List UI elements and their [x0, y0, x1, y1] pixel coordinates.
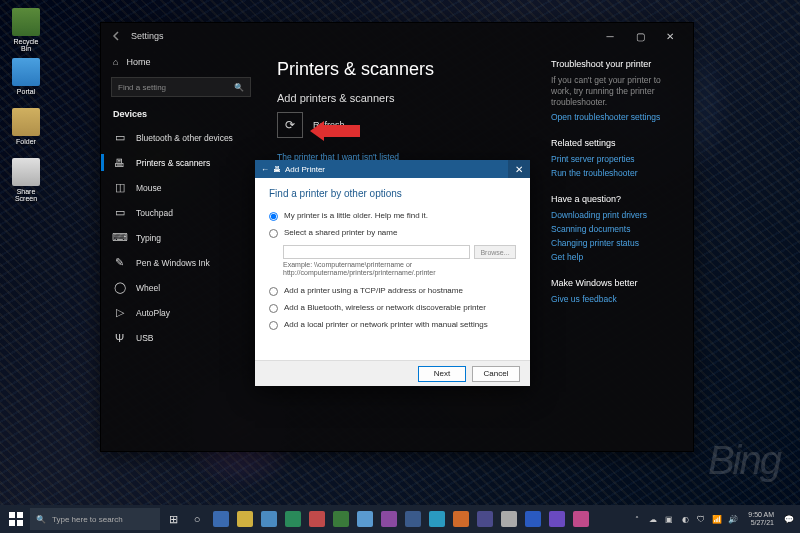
sidebar-item-printers[interactable]: 🖶Printers & scanners [101, 150, 261, 175]
back-arrow-icon[interactable]: ← [261, 165, 269, 174]
bing-logo: Bing [708, 438, 780, 483]
pinned-app[interactable] [258, 508, 280, 530]
pinned-app[interactable] [282, 508, 304, 530]
tray-icon[interactable]: 🛡 [694, 512, 708, 526]
sidebar-item-autoplay[interactable]: ▷AutoPlay [101, 300, 261, 325]
pinned-app[interactable] [330, 508, 352, 530]
annotation-arrow [310, 121, 360, 141]
desktop-icon-folder[interactable]: Folder [8, 108, 44, 145]
tray-wifi-icon[interactable]: 📶 [710, 512, 724, 526]
refresh-icon: ⟳ [285, 118, 295, 132]
pinned-app[interactable] [402, 508, 424, 530]
taskbar-search[interactable]: 🔍 Type here to search [30, 508, 160, 530]
task-view-button[interactable]: ⊞ [162, 508, 184, 530]
better-heading: Make Windows better [551, 278, 681, 288]
keyboard-icon: ⌨ [113, 231, 126, 244]
dialog-title: Add Printer [285, 165, 325, 174]
dialog-close-button[interactable]: ✕ [508, 160, 530, 178]
pinned-app[interactable] [210, 508, 232, 530]
tray-icon[interactable]: ▣ [662, 512, 676, 526]
question-heading: Have a question? [551, 194, 681, 204]
next-button[interactable]: Next [418, 366, 466, 382]
pinned-app[interactable] [426, 508, 448, 530]
question-link-2[interactable]: Scanning documents [551, 224, 681, 234]
minimize-button[interactable]: ─ [595, 25, 625, 47]
option-shared-printer[interactable]: Select a shared printer by name [269, 228, 516, 238]
pinned-app[interactable] [546, 508, 568, 530]
sidebar-item-bluetooth[interactable]: ▭Bluetooth & other devices [101, 125, 261, 150]
taskbar: 🔍 Type here to search ⊞ ○ ˄ ☁ ▣ ◐ 🛡 📶 🔊 … [0, 505, 800, 533]
svg-rect-3 [17, 520, 23, 526]
sidebar-item-pen[interactable]: ✎Pen & Windows Ink [101, 250, 261, 275]
pen-icon: ✎ [113, 256, 126, 269]
taskbar-clock[interactable]: 9:50 AM 5/27/21 [742, 511, 780, 526]
browse-button[interactable]: Browse... [474, 245, 516, 259]
svg-rect-0 [9, 512, 15, 518]
printer-icon: 🖶 [113, 156, 126, 169]
settings-sidebar: ⌂ Home Find a setting 🔍 Devices ▭Bluetoo… [101, 49, 261, 451]
printer-dialog-icon: 🖶 [273, 165, 281, 174]
usb-icon: Ψ [113, 331, 126, 344]
system-tray: ˄ ☁ ▣ ◐ 🛡 📶 🔊 9:50 AM 5/27/21 💬 [630, 511, 796, 526]
related-link-1[interactable]: Print server properties [551, 154, 681, 164]
cancel-button[interactable]: Cancel [472, 366, 520, 382]
add-printer-dialog: ← 🖶 Add Printer ✕ Find a printer by othe… [255, 160, 530, 386]
troubleshoot-link[interactable]: Open troubleshooter settings [551, 112, 681, 122]
desktop-icon-recycle[interactable]: Recycle Bin [8, 8, 44, 52]
question-link-3[interactable]: Changing printer status [551, 238, 681, 248]
sidebar-item-typing[interactable]: ⌨Typing [101, 225, 261, 250]
sidebar-item-wheel[interactable]: ◯Wheel [101, 275, 261, 300]
option-bluetooth[interactable]: Add a Bluetooth, wireless or network dis… [269, 303, 516, 313]
pinned-app[interactable] [570, 508, 592, 530]
option-tcpip[interactable]: Add a printer using a TCP/IP address or … [269, 286, 516, 296]
desktop-icon-portal[interactable]: Portal [8, 58, 44, 95]
question-link-4[interactable]: Get help [551, 252, 681, 262]
back-button[interactable] [109, 28, 125, 44]
desktop-icon-share[interactable]: Share Screen [8, 158, 44, 202]
tray-volume-icon[interactable]: 🔊 [726, 512, 740, 526]
question-link-1[interactable]: Downloading print drivers [551, 210, 681, 220]
related-link-2[interactable]: Run the troubleshooter [551, 168, 681, 178]
close-button[interactable]: ✕ [655, 25, 685, 47]
tray-icon[interactable]: ◐ [678, 512, 692, 526]
pinned-app[interactable] [306, 508, 328, 530]
maximize-button[interactable]: ▢ [625, 25, 655, 47]
tray-chevron[interactable]: ˄ [630, 512, 644, 526]
autoplay-icon: ▷ [113, 306, 126, 319]
start-button[interactable] [4, 507, 28, 531]
search-placeholder: Find a setting [118, 83, 166, 92]
dialog-heading: Find a printer by other options [269, 188, 516, 199]
option-older-printer[interactable]: My printer is a little older. Help me fi… [269, 211, 516, 221]
pinned-app[interactable] [234, 508, 256, 530]
dialog-titlebar: ← 🖶 Add Printer ✕ [255, 160, 530, 178]
sidebar-item-mouse[interactable]: ◫Mouse [101, 175, 261, 200]
troubleshoot-text: If you can't get your printer to work, t… [551, 75, 681, 108]
related-heading: Related settings [551, 138, 681, 148]
feedback-link[interactable]: Give us feedback [551, 294, 681, 304]
cortana-button[interactable]: ○ [186, 508, 208, 530]
pinned-app[interactable] [498, 508, 520, 530]
pinned-app[interactable] [450, 508, 472, 530]
example-text: Example: \\computername\printername or h… [283, 261, 516, 278]
notification-button[interactable]: 💬 [782, 512, 796, 526]
search-icon: 🔍 [36, 515, 46, 524]
window-title: Settings [131, 31, 164, 41]
svg-rect-1 [17, 512, 23, 518]
pinned-app[interactable] [354, 508, 376, 530]
wheel-icon: ◯ [113, 281, 126, 294]
pinned-app[interactable] [378, 508, 400, 530]
tray-icon[interactable]: ☁ [646, 512, 660, 526]
refresh-button[interactable]: ⟳ [277, 112, 303, 138]
touchpad-icon: ▭ [113, 206, 126, 219]
sidebar-item-usb[interactable]: ΨUSB [101, 325, 261, 350]
mouse-icon: ◫ [113, 181, 126, 194]
home-button[interactable]: ⌂ Home [101, 53, 261, 71]
pinned-app[interactable] [474, 508, 496, 530]
category-label: Devices [101, 105, 261, 125]
settings-search[interactable]: Find a setting 🔍 [111, 77, 251, 97]
sidebar-item-touchpad[interactable]: ▭Touchpad [101, 200, 261, 225]
option-local[interactable]: Add a local printer or network printer w… [269, 320, 516, 330]
shared-printer-input[interactable] [283, 245, 470, 259]
pinned-app[interactable] [522, 508, 544, 530]
right-column: Troubleshoot your printer If you can't g… [551, 49, 693, 320]
